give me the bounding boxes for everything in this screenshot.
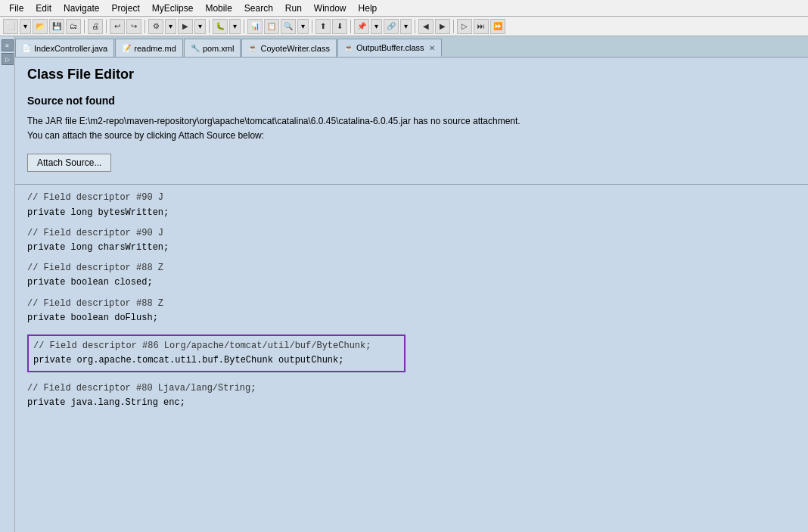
menu-project[interactable]: Project xyxy=(105,2,145,15)
tab-outputbuffer-close[interactable]: ✕ xyxy=(429,44,435,52)
source-not-found-section: Source not found The JAR file E:\m2-repo… xyxy=(15,89,808,184)
toolbar-search-dropdown[interactable]: ▾ xyxy=(297,19,309,34)
source-not-found-line2: You can attach the source by clicking At… xyxy=(27,129,796,143)
toolbar-run[interactable]: ▶ xyxy=(178,19,193,34)
code-line-4: private boolean doFlush; xyxy=(27,311,796,325)
toolbar-btn3[interactable]: 🔍 xyxy=(281,19,296,34)
menu-myeclipse[interactable]: MyEclipse xyxy=(146,2,200,15)
menu-mobile[interactable]: Mobile xyxy=(199,2,238,15)
toolbar-sep8 xyxy=(415,20,415,33)
toolbar: ⬜ ▾ 📂 💾 🗂 🖨 ↩ ↪ ⚙ ▾ ▶ ▾ 🐛 ▾ 📊 📋 🔍 ▾ ⬆ ⬇ … xyxy=(0,17,808,36)
menu-bar: File Edit Navigate Project MyEclipse Mob… xyxy=(0,0,808,17)
toolbar-undo[interactable]: ↩ xyxy=(110,19,125,34)
tab-pom-label: pom.xml xyxy=(203,44,235,53)
toolbar-btn4[interactable]: ⬆ xyxy=(315,19,331,34)
class-file-title: Class File Editor xyxy=(15,58,808,89)
toolbar-sep9 xyxy=(453,20,454,33)
code-block-6: // Field descriptor #80 Ljava/lang/Strin… xyxy=(27,381,796,410)
menu-search[interactable]: Search xyxy=(238,2,279,15)
code-line-1: private long bytesWritten; xyxy=(27,206,796,220)
tab-indexcontroller-icon: 📄 xyxy=(22,44,31,52)
toolbar-new-dropdown[interactable]: ▾ xyxy=(20,19,31,34)
code-line-6: private java.lang.String enc; xyxy=(27,396,796,410)
toolbar-build-dropdown[interactable]: ▾ xyxy=(165,19,176,34)
code-line-3: private boolean closed; xyxy=(27,275,796,290)
toolbar-sep4 xyxy=(209,20,210,33)
toolbar-debug[interactable]: 🐛 xyxy=(213,19,228,34)
menu-file[interactable]: File xyxy=(3,2,30,15)
tab-readme-icon: 📝 xyxy=(122,44,131,52)
toolbar-sep7 xyxy=(350,20,351,33)
toolbar-build[interactable]: ⚙ xyxy=(148,19,163,34)
code-comment-6: // Field descriptor #80 Ljava/lang/Strin… xyxy=(27,381,796,396)
tab-pom[interactable]: 🔧 pom.xml xyxy=(184,39,241,57)
toolbar-debug-dropdown[interactable]: ▾ xyxy=(229,19,241,34)
toolbar-forward[interactable]: ▶ xyxy=(435,19,450,34)
menu-edit[interactable]: Edit xyxy=(30,2,57,15)
toolbar-sep2 xyxy=(106,20,107,33)
toolbar-open[interactable]: 📂 xyxy=(33,19,48,34)
toolbar-step2[interactable]: ⏩ xyxy=(490,19,505,34)
toolbar-redo[interactable]: ↪ xyxy=(126,19,141,34)
code-block-3: // Field descriptor #88 Z private boolea… xyxy=(27,261,796,290)
code-block-1: // Field descriptor #90 J private long b… xyxy=(27,191,796,219)
code-comment-5: // Field descriptor #86 Lorg/apache/tomc… xyxy=(33,339,399,353)
code-section: // Field descriptor #90 J private long b… xyxy=(15,185,808,422)
source-not-found-line1: The JAR file E:\m2-repo\maven-repository… xyxy=(27,114,796,129)
menu-window[interactable]: Window xyxy=(308,2,353,15)
tab-outputbuffer-icon: ☕ xyxy=(344,44,353,52)
toolbar-save-all[interactable]: 🗂 xyxy=(66,19,81,34)
code-line-2: private long charsWritten; xyxy=(27,241,796,255)
sidebar-icon-2[interactable]: ▷ xyxy=(2,53,14,65)
code-comment-1: // Field descriptor #90 J xyxy=(27,191,796,205)
toolbar-run-dropdown[interactable]: ▾ xyxy=(194,19,206,34)
code-block-4: // Field descriptor #88 Z private boolea… xyxy=(27,297,796,325)
tab-bar: 📄 IndexController.java 📝 readme.md 🔧 pom… xyxy=(15,36,808,58)
menu-run[interactable]: Run xyxy=(279,2,308,15)
tab-pom-icon: 🔧 xyxy=(191,44,200,52)
editor-area: 📄 IndexController.java 📝 readme.md 🔧 pom… xyxy=(15,36,808,532)
tab-coyotewriter-label: CoyoteWriter.class xyxy=(260,44,330,53)
code-block-2: // Field descriptor #90 J private long c… xyxy=(27,226,796,255)
source-not-found-heading: Source not found xyxy=(27,95,796,107)
toolbar-print[interactable]: 🖨 xyxy=(88,19,103,34)
toolbar-sep3 xyxy=(145,20,145,33)
code-comment-2: // Field descriptor #90 J xyxy=(27,226,796,241)
toolbar-btn1[interactable]: 📊 xyxy=(247,19,263,34)
editor-content: Class File Editor Source not found The J… xyxy=(15,58,808,532)
tab-indexcontroller[interactable]: 📄 IndexController.java xyxy=(15,39,114,57)
code-comment-4: // Field descriptor #88 Z xyxy=(27,297,796,311)
sidebar-icon-1[interactable]: ≡ xyxy=(2,39,14,51)
tab-indexcontroller-label: IndexController.java xyxy=(34,44,107,53)
attach-source-button[interactable]: Attach Source... xyxy=(27,154,111,172)
toolbar-play[interactable]: ▷ xyxy=(457,19,472,34)
tab-coyotewriter[interactable]: ☕ CoyoteWriter.class xyxy=(241,39,337,57)
highlighted-code-container: // Field descriptor #86 Lorg/apache/tomc… xyxy=(27,334,406,372)
toolbar-btn6[interactable]: 📌 xyxy=(354,19,369,34)
toolbar-btn2[interactable]: 📋 xyxy=(264,19,279,34)
tab-readme[interactable]: 📝 readme.md xyxy=(115,39,183,57)
toolbar-btn7[interactable]: 🔗 xyxy=(384,19,399,34)
main-container: ≡ ▷ 📄 IndexController.java 📝 readme.md 🔧… xyxy=(0,36,808,532)
code-comment-3: // Field descriptor #88 Z xyxy=(27,261,796,275)
toolbar-sep1 xyxy=(84,20,85,33)
menu-navigate[interactable]: Navigate xyxy=(57,2,105,15)
toolbar-sep6 xyxy=(312,20,312,33)
toolbar-save[interactable]: 💾 xyxy=(49,19,64,34)
toolbar-btn7-dropdown[interactable]: ▾ xyxy=(400,19,412,34)
toolbar-step[interactable]: ⏭ xyxy=(474,19,489,34)
menu-help[interactable]: Help xyxy=(353,2,384,15)
toolbar-btn6-dropdown[interactable]: ▾ xyxy=(371,19,382,34)
code-line-5: private org.apache.tomcat.util.buf.ByteC… xyxy=(33,353,399,368)
tab-coyotewriter-icon: ☕ xyxy=(248,44,257,52)
toolbar-new[interactable]: ⬜ xyxy=(3,19,18,34)
left-sidebar: ≡ ▷ xyxy=(0,36,15,532)
tab-outputbuffer-label: OutputBuffer.class xyxy=(356,43,424,52)
tab-outputbuffer[interactable]: ☕ OutputBuffer.class ✕ xyxy=(337,39,442,57)
toolbar-btn5[interactable]: ⬇ xyxy=(332,19,347,34)
code-block-5-highlighted: // Field descriptor #86 Lorg/apache/tomc… xyxy=(27,331,796,375)
toolbar-back[interactable]: ◀ xyxy=(418,19,434,34)
tab-readme-label: readme.md xyxy=(134,44,176,53)
toolbar-sep5 xyxy=(244,20,244,33)
